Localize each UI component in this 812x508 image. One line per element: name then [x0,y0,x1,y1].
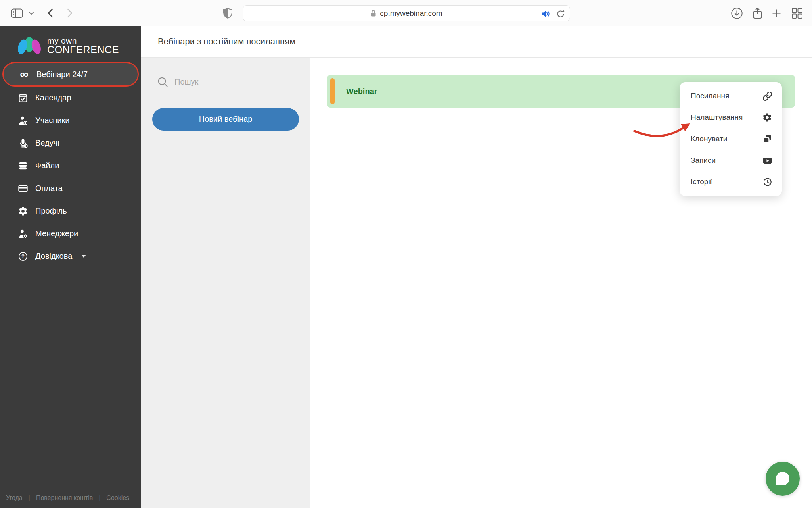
sidebar-item-label: Ведучі [35,139,59,148]
sidebar-item-label: Профіль [35,206,67,216]
share-button[interactable] [749,0,766,26]
files-stack-icon [17,160,29,171]
chat-widget-button[interactable] [766,462,800,496]
webinar-list-panel: Новий вебінар [141,58,310,508]
calendar-icon [17,92,29,104]
logo-mark-icon [17,35,42,56]
chat-bubble-icon [776,472,789,485]
chevron-down-icon [29,12,34,15]
microphone-plus-icon [17,138,29,149]
new-tab-button[interactable] [768,0,784,26]
logo-line1: my own [47,37,119,45]
sidebar-toggle-button[interactable] [9,0,25,26]
webinar-context-menu: Посилання Налаштування Клонувати Записи … [680,82,782,196]
logo-line2: CONFERENCE [47,45,119,55]
speaker-icon [541,10,551,18]
page-header: Вебінари з постійним посиланням [141,26,812,58]
footer-separator: | [99,495,100,502]
credit-card-icon [17,183,29,194]
sidebar-item-participants[interactable]: Учасники [0,109,141,132]
history-icon [762,177,772,187]
toolbar-chevron-button[interactable] [26,0,36,26]
question-circle-icon: ? [17,251,29,262]
app-window: cp.mywebinar.com [0,0,812,508]
back-button[interactable] [43,0,57,26]
search-field [157,73,296,91]
sidebar-item-managers[interactable]: Менеджери [0,222,141,245]
clone-icon [762,134,772,144]
menu-item-label: Клонувати [691,135,727,143]
infinity-icon: ∞ [19,69,30,80]
url-text: cp.mywebinar.com [380,9,442,18]
sidebar-item-calendar[interactable]: Календар [0,87,141,109]
menu-item-label: Посилання [691,92,729,100]
menu-item-recordings[interactable]: Записи [680,150,782,171]
sidebar-item-label: Файли [35,161,59,170]
menu-item-settings[interactable]: Налаштування [680,107,782,128]
sidebar-item-webinars-247[interactable]: ∞ Вебінари 24/7 [2,62,139,87]
sidebar-item-label: Вебінари 24/7 [36,70,88,79]
downloads-button[interactable] [728,0,745,26]
sidebar-item-presenters[interactable]: Ведучі [0,132,141,154]
footer-separator: | [29,495,30,502]
webinar-status-bar [330,78,335,104]
privacy-report-button[interactable] [219,0,236,26]
sidebar-item-help[interactable]: ? Довідкова [0,245,141,267]
sidebar-item-label: Учасники [35,116,69,125]
gear-icon [762,112,772,123]
browser-toolbar: cp.mywebinar.com [0,0,812,26]
sidebar-item-label: Оплата [35,184,63,193]
menu-item-label: Історії [691,177,712,186]
footer-link-refund[interactable]: Повернення коштів [36,495,93,502]
footer-link-agreement[interactable]: Угода [6,495,23,502]
share-icon [752,7,763,19]
sidebar-item-profile[interactable]: Профіль [0,200,141,222]
sidebar-item-label: Календар [35,93,71,102]
address-bar[interactable]: cp.mywebinar.com [243,5,570,21]
tab-overview-button[interactable] [787,0,806,26]
sidebar: my own CONFERENCE ∞ Вебінари 24/7 Календ… [0,26,141,508]
user-gear-icon [17,228,29,239]
lock-icon [370,10,376,17]
download-icon [731,7,743,19]
sidebar-footer: Угода | Повернення коштів | Cookies [6,495,129,502]
sidebar-item-files[interactable]: Файли [0,154,141,177]
footer-link-cookies[interactable]: Cookies [106,495,129,502]
youtube-icon [762,155,772,165]
tabs-grid-icon [791,8,803,19]
link-icon [762,91,772,101]
back-icon [47,8,53,18]
forward-icon [67,8,73,18]
new-webinar-button[interactable]: Новий вебінар [152,108,299,131]
reload-icon [556,10,565,18]
dropdown-arrow-icon [81,255,86,258]
menu-item-label: Записи [691,156,716,165]
search-input[interactable] [174,77,296,87]
menu-item-link[interactable]: Посилання [680,85,782,107]
menu-item-clone[interactable]: Клонувати [680,128,782,150]
sidebar-item-payment[interactable]: Оплата [0,177,141,200]
audio-mute-button[interactable] [541,6,551,22]
shield-icon [223,8,233,19]
menu-item-label: Налаштування [691,113,743,122]
logo[interactable]: my own CONFERENCE [17,35,119,56]
sidebar-item-label: Довідкова [35,252,72,261]
webinar-title: Webinar [346,75,377,108]
search-icon [157,77,168,87]
forward-button[interactable] [63,0,77,26]
plus-icon [772,8,781,18]
sidebar-item-label: Менеджери [35,229,78,238]
logo-text: my own CONFERENCE [47,37,119,55]
page-title: Вебінари з постійним посиланням [158,37,295,47]
sidebar-toggle-icon [11,8,23,18]
gear-icon [17,206,29,217]
reload-button[interactable] [556,6,565,22]
user-plus-icon [17,115,29,126]
menu-item-history[interactable]: Історії [680,171,782,192]
